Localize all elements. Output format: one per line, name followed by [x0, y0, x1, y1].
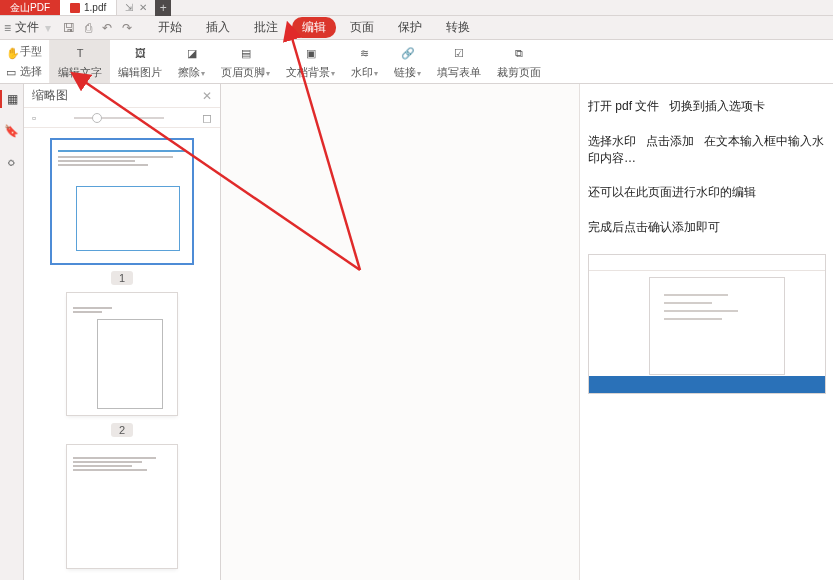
- file-menu[interactable]: 文件: [15, 19, 39, 36]
- thumbnail-page-3[interactable]: [67, 445, 177, 568]
- print-icon[interactable]: ⎙: [85, 21, 92, 35]
- save-icon[interactable]: 🖫: [63, 21, 75, 35]
- form-icon: ☑: [449, 43, 469, 63]
- pin-icon[interactable]: ⇲: [125, 2, 133, 13]
- file-tab[interactable]: 1.pdf: [60, 0, 117, 15]
- crop-icon: ⧉: [509, 43, 529, 63]
- fill-form-button[interactable]: ☑ 填写表单: [429, 40, 489, 83]
- edit-image-button[interactable]: 🖼 编辑图片: [110, 40, 170, 83]
- menubar: ≡ 文件 ▾ 🖫 ⎙ ↶ ↷ 开始 插入 批注 编辑 页面 保护 转换: [0, 16, 833, 40]
- hamburger-icon[interactable]: ≡: [4, 21, 11, 35]
- zoom-in-icon[interactable]: ◻: [202, 111, 212, 125]
- link-icon: 🔗: [398, 43, 418, 63]
- sidebar-bookmarks-icon[interactable]: 🔖: [0, 122, 24, 140]
- header-footer-icon: ▤: [236, 43, 256, 63]
- select-tool-label: 选择: [20, 64, 42, 79]
- tab-page[interactable]: 页面: [340, 17, 384, 38]
- thumb-zoom-slider[interactable]: [74, 117, 164, 119]
- hand-icon: ✋: [6, 47, 16, 57]
- pdf-file-icon: [70, 3, 80, 13]
- thumbnail-list[interactable]: 1 2: [24, 128, 220, 580]
- thumbnails-panel: 缩略图 ✕ ▫ ◻ 1 2: [24, 84, 221, 580]
- tab-controls: ⇲ ✕: [117, 0, 155, 15]
- thumbnail-page-1[interactable]: [52, 140, 192, 263]
- watermark-button[interactable]: ≋ 水印: [343, 40, 386, 83]
- ribbon: ✋ 手型 ▭ 选择 T 编辑文字 🖼 编辑图片 ◪ 擦除 ▤ 页眉页脚 ▣ 文档…: [0, 40, 833, 84]
- hand-tool[interactable]: ✋ 手型: [2, 44, 47, 60]
- file-tab-label: 1.pdf: [84, 2, 106, 13]
- close-tab-icon[interactable]: ✕: [139, 2, 147, 13]
- tab-start[interactable]: 开始: [148, 17, 192, 38]
- undo-icon[interactable]: ↶: [102, 21, 112, 35]
- tutorial-line-2: 选择水印 点击添加 在文本输入框中输入水印内容…: [588, 133, 825, 167]
- tutorial-line-1: 打开 pdf 文件 切换到插入选项卡: [588, 98, 825, 115]
- image-edit-icon: 🖼: [130, 43, 150, 63]
- tab-annotate[interactable]: 批注: [244, 17, 288, 38]
- close-panel-icon[interactable]: ✕: [202, 89, 212, 103]
- thumbnail-page-number: 1: [111, 271, 133, 285]
- crop-button[interactable]: ⧉ 裁剪页面: [489, 40, 549, 83]
- hand-tool-label: 手型: [20, 44, 42, 59]
- tutorial-line-3: 还可以在此页面进行水印的编辑: [588, 184, 825, 201]
- thumbnail-page-2[interactable]: [67, 293, 177, 416]
- mode-column: ✋ 手型 ▭ 选择: [0, 40, 50, 83]
- titlebar: 金山PDF 1.pdf ⇲ ✕ +: [0, 0, 833, 16]
- new-tab-button[interactable]: +: [155, 0, 171, 16]
- select-tool[interactable]: ▭ 选择: [2, 64, 47, 80]
- erase-button[interactable]: ◪ 擦除: [170, 40, 213, 83]
- main-area: ▦ 🔖 ⭘ 缩略图 ✕ ▫ ◻ 1: [0, 84, 833, 580]
- tab-protect[interactable]: 保护: [388, 17, 432, 38]
- zoom-out-icon[interactable]: ▫: [32, 111, 36, 125]
- eraser-icon: ◪: [182, 43, 202, 63]
- thumbnails-title: 缩略图: [32, 87, 68, 104]
- redo-icon[interactable]: ↷: [122, 21, 132, 35]
- cursor-icon: ▭: [6, 66, 16, 76]
- edit-text-button[interactable]: T 编辑文字: [50, 40, 110, 83]
- tab-edit[interactable]: 编辑: [292, 17, 336, 38]
- thumbnails-toolbar: ▫ ◻: [24, 108, 220, 128]
- link-button[interactable]: 🔗 链接: [386, 40, 429, 83]
- sidebar-annotations-icon[interactable]: ⭘: [0, 154, 24, 172]
- tutorial-panel: 打开 pdf 文件 切换到插入选项卡 选择水印 点击添加 在文本输入框中输入水印…: [579, 84, 833, 580]
- text-edit-icon: T: [70, 43, 90, 63]
- thumbnail-page-number: 2: [111, 423, 133, 437]
- watermark-icon: ≋: [355, 43, 375, 63]
- ribbon-tabs: 开始 插入 批注 编辑 页面 保护 转换: [148, 17, 480, 38]
- quick-access-toolbar: 🖫 ⎙ ↶ ↷: [63, 21, 132, 35]
- tutorial-line-4: 完成后点击确认添加即可: [588, 219, 825, 236]
- document-viewer[interactable]: [221, 84, 579, 580]
- sidebar-thumbnails-icon[interactable]: ▦: [0, 90, 24, 108]
- doc-bg-button[interactable]: ▣ 文档背景: [278, 40, 343, 83]
- header-footer-button[interactable]: ▤ 页眉页脚: [213, 40, 278, 83]
- app-name: 金山PDF: [0, 0, 60, 15]
- tab-insert[interactable]: 插入: [196, 17, 240, 38]
- left-sidebar: ▦ 🔖 ⭘: [0, 84, 24, 580]
- thumbnails-header: 缩略图 ✕: [24, 84, 220, 108]
- background-icon: ▣: [301, 43, 321, 63]
- tutorial-preview-image: [588, 254, 826, 394]
- tab-convert[interactable]: 转换: [436, 17, 480, 38]
